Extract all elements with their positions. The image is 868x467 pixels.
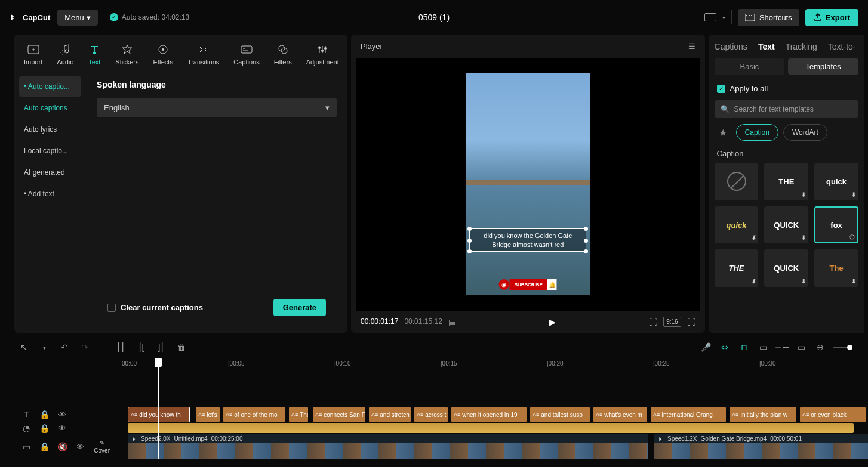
caption-clip[interactable]: A≡ did you know th: [128, 407, 190, 422]
template-none[interactable]: [715, 163, 759, 200]
loading-icon: ◌: [849, 233, 855, 240]
tab-import[interactable]: Import: [19, 41, 47, 68]
sidebar-item-auto-lyrics[interactable]: Auto lyrics: [19, 119, 81, 140]
template-item[interactable]: QUICK⬇: [764, 206, 808, 244]
tab-transitions[interactable]: Transitions: [183, 41, 224, 68]
split-left-icon[interactable]: ⎮[: [135, 341, 147, 353]
lať-icon[interactable]: 🔒: [38, 422, 50, 434]
undo-icon[interactable]: ↶: [59, 341, 70, 353]
language-select[interactable]: English ▾: [97, 98, 337, 117]
chevron-down-icon[interactable]: ▾: [722, 14, 725, 21]
fullscreen-icon[interactable]: ⛶: [687, 317, 695, 327]
player-menu-icon[interactable]: ☰: [688, 42, 695, 51]
tab-adjustment[interactable]: Adjustment: [301, 41, 344, 68]
template-item[interactable]: THE⬇: [764, 163, 808, 200]
template-item[interactable]: QUICK⬇: [764, 249, 808, 287]
template-search-input[interactable]: 🔍 Search for text templates: [715, 100, 858, 118]
video-clip[interactable]: ⏵Speed1.2XGolden Gate Bridge.mp400:00:50…: [654, 434, 868, 459]
caption-clip[interactable]: A≡ let's: [196, 407, 220, 422]
template-item[interactable]: The⬇: [814, 249, 858, 287]
timeline-ruler[interactable]: 00:00 |00:05 |00:10 |00:15 |00:20 |00:25…: [14, 359, 854, 371]
clear-captions-checkbox[interactable]: Clear current captions: [107, 303, 203, 312]
subtab-basic[interactable]: Basic: [715, 58, 785, 75]
align-icon[interactable]: ⊣⊢: [776, 341, 788, 353]
caption-clip[interactable]: A≡ of one of the mo: [223, 407, 285, 422]
sidebar-item-ai-generated[interactable]: AI generated: [19, 162, 81, 183]
split-right-icon[interactable]: ]⎮: [155, 341, 167, 353]
tab-filters[interactable]: Filters: [269, 41, 297, 68]
sidebar-item-auto-captions[interactable]: Auto captions: [19, 98, 81, 118]
caption-clip[interactable]: A≡ or even black: [800, 407, 866, 422]
tab-text-inspector[interactable]: Text: [758, 42, 775, 51]
sidebar-item-add-text[interactable]: • Add text: [19, 184, 81, 204]
cover-button[interactable]: ✎ Cover: [94, 440, 110, 454]
mute-icon[interactable]: 🔇: [56, 441, 68, 453]
zoom-slider[interactable]: [833, 347, 850, 348]
template-item[interactable]: quick⬇: [715, 206, 759, 244]
caption-clip[interactable]: A≡ The: [289, 407, 308, 422]
tab-tracking[interactable]: Tracking: [786, 42, 817, 51]
template-item[interactable]: THE⬇: [715, 249, 759, 287]
chevron-down-icon[interactable]: ▾: [38, 341, 50, 353]
preview-icon[interactable]: ▭: [795, 341, 807, 353]
link-icon[interactable]: ⇔: [719, 341, 731, 353]
caption-clip[interactable]: A≡ and stretch: [369, 407, 411, 422]
sidebar-item-auto-captions-collapsed[interactable]: • Auto captio...: [19, 76, 81, 97]
playhead[interactable]: [158, 359, 159, 459]
magnetic-icon[interactable]: ⊓: [738, 341, 750, 353]
snap-icon[interactable]: ▭: [757, 341, 769, 353]
caption-clip[interactable]: A≡ and tallest susp: [530, 407, 590, 422]
lock-icon[interactable]: 🔒: [38, 409, 50, 420]
tab-stickers[interactable]: Stickers: [110, 41, 143, 68]
compare-icon[interactable]: ▤: [448, 317, 456, 327]
video-clip[interactable]: ⏵Speed2.0XUntitled.mp400:00:25:00: [128, 434, 648, 459]
tab-captions[interactable]: Captions: [229, 41, 264, 68]
menu-button[interactable]: Menu ▾: [57, 10, 98, 26]
generate-button[interactable]: Generate: [273, 299, 326, 316]
eye-icon[interactable]: 👁: [74, 441, 86, 453]
split-icon[interactable]: ⎮⎮: [115, 341, 127, 353]
tab-text[interactable]: Text: [83, 41, 106, 68]
delete-icon[interactable]: 🗑: [176, 341, 187, 353]
aspect-ratio-badge[interactable]: 9:16: [663, 317, 681, 327]
template-item[interactable]: quick⬇: [814, 163, 858, 200]
template-item-selected[interactable]: fox◌: [814, 206, 858, 244]
subtab-templates[interactable]: Templates: [788, 58, 858, 75]
aspect-ratio-icon[interactable]: [704, 13, 716, 21]
eye-icon[interactable]: 👁: [56, 422, 68, 434]
video-track[interactable]: ⏵Speed2.0XUntitled.mp400:00:25:00⏵Speed1…: [110, 434, 854, 459]
caption-clip[interactable]: A≡ when it opened in 19: [451, 407, 527, 422]
export-button[interactable]: Export: [805, 9, 858, 26]
mic-icon[interactable]: 🎤: [700, 341, 712, 353]
caption-text-box[interactable]: did you know the Golden Gate Bridge almo…: [469, 228, 586, 252]
caption-clip[interactable]: A≡ across t: [414, 407, 448, 422]
download-icon: ⬇: [801, 191, 806, 198]
lock-icon[interactable]: 🔒: [38, 441, 50, 453]
audio-track[interactable]: [110, 423, 854, 433]
caption-track[interactable]: A≡ did you know thA≡ let'sA≡ of one of t…: [110, 407, 854, 422]
tab-audio[interactable]: Audio: [52, 41, 78, 68]
redo-icon[interactable]: ↷: [79, 341, 91, 353]
tab-tts[interactable]: Text-to-: [828, 42, 856, 51]
focus-icon[interactable]: ⛶: [649, 317, 657, 327]
video-preview: did you know the Golden Gate Bridge almo…: [466, 73, 590, 295]
play-button[interactable]: ▶: [549, 317, 556, 327]
eye-icon[interactable]: 👁: [56, 409, 68, 420]
caption-clip[interactable]: A≡ International Orang: [651, 407, 726, 422]
favorites-filter[interactable]: ★: [715, 124, 731, 141]
shortcuts-button[interactable]: Shortcuts: [738, 9, 799, 26]
chip-wordart[interactable]: WordArt: [783, 124, 827, 141]
caption-clip[interactable]: A≡ what's even m: [593, 407, 647, 422]
sidebar-item-local-captions[interactable]: Local captio...: [19, 141, 81, 161]
chip-caption[interactable]: Caption: [736, 124, 778, 141]
zoom-out-icon[interactable]: ⊖: [814, 341, 826, 353]
caption-clip[interactable]: A≡ Initially the plan w: [730, 407, 796, 422]
cursor-tool-icon[interactable]: ↖: [18, 341, 30, 353]
player-viewport[interactable]: did you know the Golden Gate Bridge almo…: [356, 58, 700, 311]
tab-effects[interactable]: Effects: [148, 41, 177, 68]
filters-icon: [276, 43, 290, 56]
keyboard-icon: [745, 14, 755, 21]
caption-clip[interactable]: A≡ connects San F: [313, 407, 365, 422]
tab-captions-inspector[interactable]: Captions: [715, 42, 747, 51]
apply-all-checkbox[interactable]: ✓: [717, 85, 725, 93]
